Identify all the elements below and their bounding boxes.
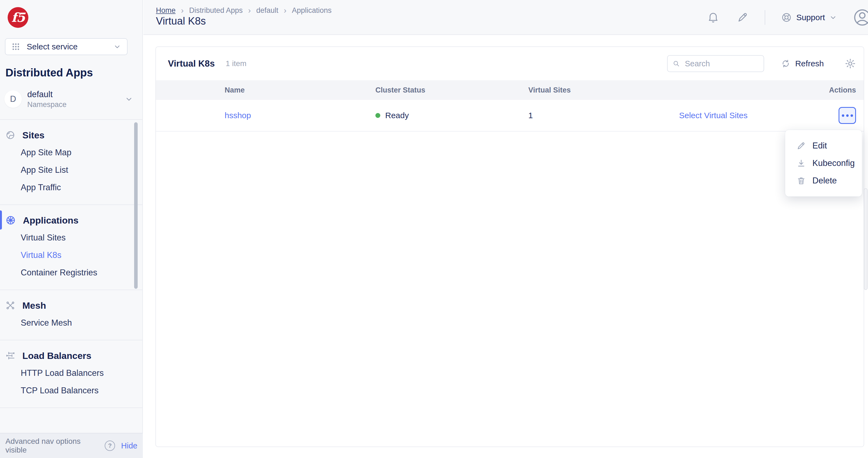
mesh-icon — [5, 300, 15, 310]
trash-icon — [797, 176, 806, 185]
status-ready-label: Ready — [385, 111, 409, 120]
kubernetes-icon — [5, 215, 16, 225]
topbar: Home › Distributed Apps › default › Appl… — [144, 0, 868, 35]
item-count: 1 item — [226, 59, 246, 68]
ellipsis-dot — [846, 114, 849, 117]
sidebar-scrollbar[interactable] — [134, 122, 138, 289]
sidebar-footer: Advanced nav options visible ? Hide — [0, 433, 143, 458]
row-actions-cell — [839, 107, 856, 124]
column-header-cluster-status: Cluster Status — [375, 86, 528, 94]
active-section-indicator — [0, 210, 2, 230]
search-icon — [673, 59, 680, 68]
service-selector[interactable]: Select service — [5, 38, 128, 55]
sidebar-item-virtual-k8s[interactable]: Virtual K8s — [0, 247, 142, 264]
sidebar-item-app-traffic[interactable]: App Traffic — [0, 179, 142, 196]
search-box — [667, 55, 764, 72]
column-header-virtual-sites: Virtual Sites — [528, 86, 679, 94]
sidebar-title: Distributed Apps — [5, 66, 93, 79]
menu-item-label: Edit — [812, 141, 827, 151]
globe-icon — [5, 130, 15, 140]
namespace-text: default Namespace — [27, 89, 66, 109]
help-icon[interactable]: ? — [105, 440, 115, 451]
cluster-status-cell: Ready — [375, 111, 528, 120]
refresh-label: Refresh — [795, 59, 824, 68]
apps-grid-icon — [11, 42, 20, 51]
f5-logo[interactable]: f5 — [8, 7, 28, 28]
namespace-selector[interactable]: D default Namespace — [4, 89, 136, 109]
menu-item-edit[interactable]: Edit — [785, 137, 862, 154]
card-title: Virtual K8s — [168, 58, 215, 69]
search-input[interactable] — [684, 59, 759, 68]
row-actions-menu-button[interactable] — [839, 107, 856, 124]
pencil-icon — [797, 141, 806, 150]
ellipsis-dot — [850, 114, 853, 117]
nav-group-title: Applications — [23, 215, 79, 226]
column-header-actions: Actions — [821, 86, 856, 94]
nav-group-title: Load Balancers — [22, 350, 91, 361]
sidebar-item-app-site-list[interactable]: App Site List — [0, 161, 142, 179]
notifications-bell-icon[interactable] — [707, 11, 719, 24]
nav-group-load-balancers: Load Balancers HTTP Load Balancers TCP L… — [0, 340, 142, 408]
breadcrumb-applications[interactable]: Applications — [292, 6, 332, 15]
sidebar-item-app-site-map[interactable]: App Site Map — [0, 144, 142, 161]
support-label: Support — [796, 13, 825, 22]
chevron-down-icon — [829, 13, 837, 21]
chevron-down-icon — [125, 95, 133, 103]
advanced-nav-text: Advanced nav options visible — [5, 437, 101, 454]
ellipsis-dot — [842, 114, 844, 117]
f5-logo-text: f5 — [11, 10, 25, 25]
edit-pen-icon[interactable] — [736, 11, 749, 24]
topbar-divider — [765, 10, 765, 25]
menu-item-label: Delete — [812, 176, 837, 185]
nav-group-title: Mesh — [22, 300, 46, 311]
refresh-icon — [781, 59, 790, 68]
row-actions-context-menu: Edit Kubeconfig Delete — [785, 130, 862, 197]
nav-group-header-mesh: Mesh — [0, 297, 142, 314]
sidebar-item-http-load-balancers[interactable]: HTTP Load Balancers — [0, 364, 142, 382]
sidebar-item-service-mesh[interactable]: Service Mesh — [0, 314, 142, 332]
nav-group-header-load-balancers: Load Balancers — [0, 347, 142, 364]
virtual-k8s-card: Virtual K8s 1 item Refresh — [155, 47, 864, 447]
sidebar-item-tcp-load-balancers[interactable]: TCP Load Balancers — [0, 382, 142, 399]
topbar-actions: Support — [707, 0, 868, 35]
nav-group-applications: Applications Virtual Sites Virtual K8s C… — [0, 205, 142, 290]
breadcrumb-separator: › — [181, 6, 184, 15]
nav-group-header-applications: Applications — [0, 211, 142, 229]
namespace-label: Namespace — [27, 101, 66, 109]
sidebar-item-container-registries[interactable]: Container Registries — [0, 264, 142, 281]
sidebar-item-virtual-sites[interactable]: Virtual Sites — [0, 229, 142, 247]
nav-group-sites: Sites App Site Map App Site List App Tra… — [0, 120, 142, 205]
nav-group-mesh: Mesh Service Mesh — [0, 290, 142, 340]
breadcrumb-separator: › — [248, 6, 251, 15]
virtual-sites-count: 1 — [528, 111, 679, 120]
page-scrollbar[interactable] — [864, 188, 867, 290]
table-row: hsshop Ready 1 Select Virtual Sites — [156, 100, 864, 132]
sidebar-nav: Sites App Site Map App Site List App Tra… — [0, 119, 142, 433]
select-virtual-sites-link[interactable]: Select Virtual Sites — [679, 111, 821, 120]
life-ring-icon — [781, 12, 792, 23]
settings-gear-icon[interactable] — [844, 58, 856, 69]
support-menu[interactable]: Support — [781, 12, 837, 23]
nav-group-title: Sites — [22, 130, 44, 141]
chevron-down-icon — [114, 43, 121, 51]
page-title: Virtual K8s — [156, 15, 206, 27]
user-avatar-icon[interactable] — [852, 7, 868, 28]
namespace-name: default — [27, 89, 66, 99]
service-selector-label: Select service — [27, 42, 78, 51]
menu-item-label: Kubeconfig — [812, 158, 855, 168]
row-name-link[interactable]: hsshop — [225, 111, 375, 120]
download-icon — [797, 159, 806, 168]
hide-link[interactable]: Hide — [121, 441, 137, 450]
status-ready-dot — [375, 113, 380, 118]
card-header: Virtual K8s 1 item Refresh — [156, 47, 864, 80]
breadcrumb-distributed-apps[interactable]: Distributed Apps — [189, 6, 243, 15]
menu-item-kubeconfig[interactable]: Kubeconfig — [785, 154, 862, 172]
breadcrumb-default[interactable]: default — [256, 6, 278, 15]
page: f5 Select service Distributed Apps D def… — [0, 0, 868, 458]
breadcrumb-home[interactable]: Home — [156, 6, 176, 15]
refresh-button[interactable]: Refresh — [781, 59, 824, 68]
sidebar: f5 Select service Distributed Apps D def… — [0, 0, 143, 458]
nav-group-header-sites: Sites — [0, 126, 142, 144]
menu-item-delete[interactable]: Delete — [785, 172, 862, 190]
table-header: Name Cluster Status Virtual Sites Action… — [156, 80, 864, 100]
